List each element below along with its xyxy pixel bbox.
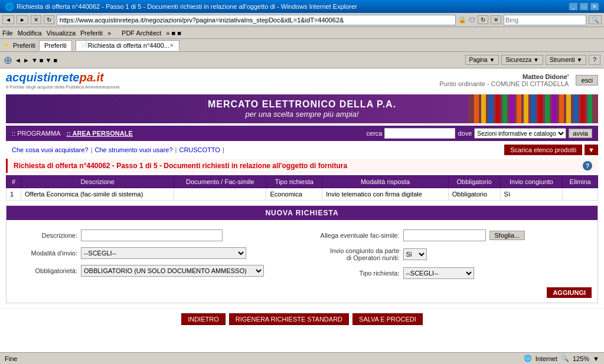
- subnav-link3[interactable]: CRUSCOTTO: [179, 146, 220, 153]
- descrizione-label: Descrizione:: [12, 232, 77, 239]
- title-bar: 🌐 Richiesta di offerta n°440062 - Passo …: [0, 0, 604, 13]
- title-bar-buttons[interactable]: _ □ ✕: [569, 2, 599, 11]
- svg-rect-8: [524, 94, 528, 123]
- row-obbligatorio: Obbligatorio: [448, 188, 500, 201]
- pagina-button[interactable]: Pagina ▼: [465, 55, 499, 65]
- svg-rect-9: [531, 94, 536, 123]
- subnav-link2[interactable]: Che strumento vuoi usare?: [95, 146, 173, 153]
- aggiungi-button[interactable]: AGGIUNGI: [547, 287, 592, 298]
- nav-area-personale[interactable]: :: AREA PERSONALE: [67, 130, 133, 137]
- row-modalita: Invio telematico con firma digitale: [322, 188, 448, 201]
- page-title: Richiesta di offerta n°440062 - Passo 1 …: [14, 162, 347, 170]
- form-area: Descrizione: Modalità d'invio: --SCEGLI-…: [6, 220, 598, 285]
- scarica-button[interactable]: Scarica elenco prodotti: [504, 145, 582, 155]
- col-modalita: Modalità risposta: [322, 176, 448, 188]
- nuova-richiesta-header: NUOVA RICHIESTA: [6, 206, 598, 220]
- stop-button[interactable]: ✕: [31, 15, 41, 24]
- tab-close-icon[interactable]: ✕: [169, 42, 174, 48]
- help-button[interactable]: ?: [589, 55, 600, 65]
- svg-rect-13: [559, 94, 564, 123]
- invio-label-line1: Invio congiunto da parte: [330, 247, 399, 254]
- restore-button[interactable]: □: [579, 2, 589, 11]
- nav-programma[interactable]: :: PROGRAMMA: [12, 130, 61, 137]
- subnav-sep1: |: [91, 146, 93, 153]
- modalita-select[interactable]: --SCEGLI--: [81, 247, 246, 259]
- form-right: Allega eventuale fac-simile: Sfoglia... …: [305, 229, 592, 279]
- menu-preferiti[interactable]: Preferiti: [80, 29, 103, 37]
- star-icon: ★: [4, 41, 9, 49]
- col-documento: Documento / Fac-simile: [174, 176, 266, 188]
- address-bar: ◄ ► ✕ ↻ 🔒 🛡 ↻ ✕ 🔍: [0, 13, 604, 27]
- svg-rect-3: [488, 94, 493, 123]
- search-input[interactable]: [384, 128, 455, 139]
- banner: MERCATO ELETTRONICO DELLA P.A. per una s…: [6, 94, 598, 123]
- favorites-bar: ★ Preferiti Preferiti 📄 Richiesta di off…: [0, 39, 604, 52]
- tipo-row: Tipo richiesta: --SCEGLI--: [305, 267, 592, 279]
- aggiungi-area: AGGIUNGI: [6, 285, 598, 303]
- dove-select[interactable]: Sezioni informative e catalogo: [474, 128, 566, 139]
- scarica-area: Scarica elenco prodotti ▼: [504, 145, 598, 155]
- svg-rect-1: [474, 94, 479, 123]
- allega-input[interactable]: [403, 229, 486, 241]
- tipo-select[interactable]: --SCEGLI--: [403, 267, 474, 279]
- salva-button[interactable]: SALVA E PROCEDI: [352, 313, 423, 325]
- avvia-button[interactable]: avvia: [569, 129, 592, 138]
- menu-visualizza[interactable]: Visualizza: [47, 29, 76, 37]
- help-icon[interactable]: ?: [583, 161, 592, 170]
- invio-row: Invio congiunto da parte di Operatori ri…: [305, 247, 592, 261]
- title-bar-left: 🌐 Richiesta di offerta n°440062 - Passo …: [5, 2, 357, 11]
- search-label: cerca: [367, 130, 383, 137]
- tab-preferiti[interactable]: Preferiti: [39, 40, 72, 51]
- toolbar-nav-icons: ◄ ► ▼ ■ ▼ ■: [15, 57, 57, 64]
- user-name: Matteo Didone': [439, 73, 569, 80]
- page-title-bar: Richiesta di offerta n°440062 - Passo 1 …: [6, 159, 598, 173]
- table-header-row: # Descrizione Documento / Fac-simile Tip…: [6, 176, 598, 188]
- allega-row: Allega eventuale fac-simile: Sfoglia...: [305, 229, 592, 241]
- internet-icon: 🌐: [524, 355, 532, 362]
- descrizione-input[interactable]: [81, 229, 223, 241]
- minimize-button[interactable]: _: [569, 2, 578, 11]
- subnav-link1[interactable]: Che cosa vuoi acquistare?: [12, 146, 89, 153]
- close-button[interactable]: ✕: [590, 2, 599, 11]
- back-button[interactable]: ◄: [2, 15, 14, 24]
- nav-left: :: PROGRAMMA :: AREA PERSONALE: [12, 130, 133, 137]
- menu-modifica[interactable]: Modifica: [18, 29, 42, 37]
- strumenti-button[interactable]: Strumenti ▼: [546, 55, 586, 65]
- dove-label: dove: [458, 130, 472, 137]
- bing-search-button[interactable]: 🔍: [589, 15, 602, 24]
- tab-richiesta[interactable]: 📄 Richiesta di offerta n°4400... ✕: [76, 40, 179, 51]
- sfoglia-button[interactable]: Sfoglia...: [489, 231, 525, 240]
- esci-button[interactable]: esci: [576, 75, 598, 86]
- obbligatorieta-select[interactable]: OBBLIGATORIO (UN SOLO DOCUMENTO AMMESSO): [81, 265, 264, 277]
- svg-rect-7: [517, 94, 521, 123]
- col-num: #: [6, 176, 21, 188]
- svg-rect-2: [481, 94, 486, 123]
- rigenera-button[interactable]: RIGENERA RICHIESTE STANDARD: [229, 313, 349, 325]
- pdf-architect-label[interactable]: PDF Architect: [122, 29, 161, 37]
- menu-file[interactable]: File: [2, 29, 13, 37]
- zoom-arrow[interactable]: ▼: [593, 355, 599, 362]
- favorites-label[interactable]: Preferiti: [13, 42, 35, 49]
- zoom-icon: 🔍: [561, 355, 569, 362]
- menu-arrows: »: [107, 29, 111, 37]
- lock-icon: 🔒: [458, 16, 466, 24]
- logo-area: acquistinretepa.it Il Portale degli acqu…: [6, 71, 120, 90]
- obbligatorieta-label: Obbligatorietà:: [12, 267, 77, 274]
- ie-toolbar: ⊕ ◄ ► ▼ ■ ▼ ■ Pagina ▼ Sicurezza ▼ Strum…: [0, 52, 604, 68]
- sicurezza-button[interactable]: Sicurezza ▼: [501, 55, 543, 65]
- svg-rect-5: [502, 94, 507, 123]
- row-documento: [174, 188, 266, 201]
- col-tipo: Tipo richiesta: [266, 176, 322, 188]
- tab-preferiti-label: Preferiti: [44, 42, 67, 49]
- stop-btn2[interactable]: ✕: [491, 15, 501, 24]
- refresh-btn2[interactable]: ↻: [478, 15, 488, 24]
- invio-congiunto-select[interactable]: Sì: [403, 248, 427, 260]
- bing-search-input[interactable]: [504, 15, 586, 25]
- address-input[interactable]: [57, 15, 456, 25]
- forward-button[interactable]: ►: [17, 15, 28, 24]
- indietro-button[interactable]: INDIETRO: [181, 313, 226, 325]
- svg-rect-16: [580, 94, 585, 123]
- tipo-label: Tipo richiesta:: [305, 270, 400, 277]
- scarica-arrow-button[interactable]: ▼: [585, 145, 598, 155]
- refresh-button[interactable]: ↻: [44, 15, 54, 24]
